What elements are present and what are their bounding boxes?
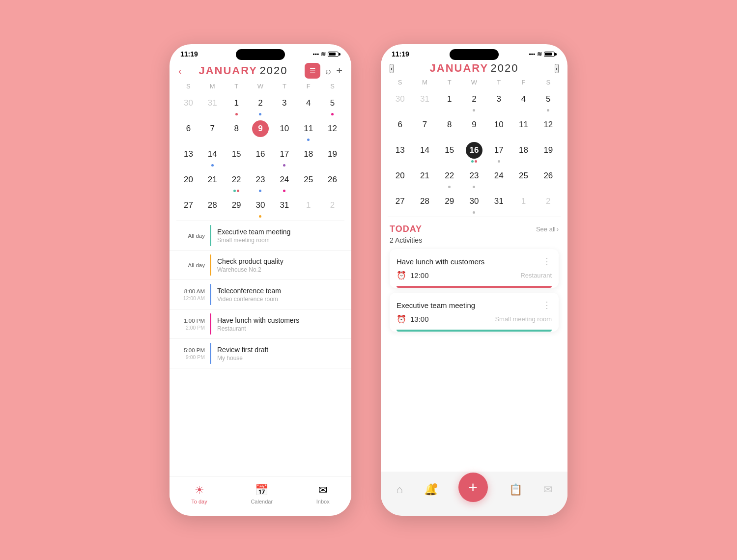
cal-day[interactable]: 15	[225, 144, 249, 168]
cal-day[interactable]: 30	[388, 89, 412, 112]
activity-card-2[interactable]: Executive team meeting ⋮ ⏰ 13:00 Small m…	[390, 293, 559, 332]
mail-nav-button[interactable]: ✉	[543, 483, 552, 496]
cal-day[interactable]: 22	[437, 166, 462, 189]
cal-day[interactable]: 31	[272, 195, 296, 219]
cal-day[interactable]: 25	[296, 169, 320, 193]
back-button-left[interactable]: ‹	[178, 65, 182, 77]
cal-day[interactable]: 14	[412, 140, 437, 164]
cal-day[interactable]: 3	[486, 89, 511, 112]
cal-day[interactable]: 16	[249, 144, 273, 168]
cal-day[interactable]: 29	[437, 191, 462, 215]
cal-day[interactable]: 19	[320, 144, 344, 168]
cal-day[interactable]: 8	[437, 114, 462, 138]
cal-day[interactable]: 31	[412, 89, 437, 112]
cal-day[interactable]: 27	[388, 191, 412, 215]
cal-day[interactable]: 10	[486, 114, 511, 138]
cal-day[interactable]: 28	[200, 195, 225, 219]
cal-day[interactable]: 2	[536, 191, 561, 215]
card-bar-2	[397, 330, 552, 332]
cal-day[interactable]: 29	[225, 195, 249, 219]
cal-day[interactable]: 4	[511, 89, 536, 112]
cal-day[interactable]: 17	[272, 144, 296, 168]
event-row[interactable]: 1:00 PM 2:00 PM Have lunch with customer…	[170, 309, 351, 339]
cal-day[interactable]: 10	[272, 118, 296, 142]
cal-day[interactable]: 28	[412, 191, 437, 215]
notification-dot	[432, 483, 437, 488]
cal-day[interactable]: 1	[511, 191, 536, 215]
event-row[interactable]: All day Executive team meeting Small mee…	[170, 221, 351, 251]
activity-title-1: Have lunch with customers	[397, 257, 484, 266]
more-options-button-2[interactable]: ⋮	[542, 300, 552, 310]
cal-day[interactable]: 1	[437, 89, 462, 112]
cal-day[interactable]: 27	[176, 195, 200, 219]
notification-button[interactable]: 🔔	[424, 483, 437, 496]
cal-day[interactable]: 9	[462, 114, 486, 138]
tab-calendar[interactable]: 📅 Calendar	[251, 484, 273, 504]
signal-icon: ▪▪▪	[312, 51, 319, 57]
cal-day[interactable]: 26	[320, 169, 344, 193]
tab-today[interactable]: ☀ To day	[191, 484, 207, 504]
activity-card-1[interactable]: Have lunch with customers ⋮ ⏰ 12:00 Rest…	[390, 249, 559, 288]
tab-inbox[interactable]: ✉ Inbox	[316, 484, 330, 504]
cal-day[interactable]: 1	[225, 93, 249, 116]
cal-day[interactable]: 20	[176, 169, 200, 193]
home-button[interactable]: ⌂	[396, 483, 402, 496]
cal-day[interactable]: 18	[296, 144, 320, 168]
see-all-button[interactable]: See all ›	[536, 225, 559, 233]
cal-day[interactable]: 11	[296, 118, 320, 142]
list-icon-button[interactable]: ☰	[305, 63, 320, 79]
cal-day[interactable]: 23	[462, 166, 486, 189]
cal-day[interactable]: 17	[486, 140, 511, 164]
cal-day[interactable]: 8	[225, 118, 249, 142]
cal-day[interactable]: 31	[200, 93, 225, 116]
cal-day[interactable]: 19	[536, 140, 561, 164]
cal-day[interactable]: 12	[320, 118, 344, 142]
cal-day[interactable]: 7	[412, 114, 437, 138]
cal-day[interactable]: 2	[462, 89, 486, 112]
cal-day[interactable]: 13	[176, 144, 200, 168]
cal-day[interactable]: 2	[320, 195, 344, 219]
cal-day-today-black[interactable]: 16	[462, 140, 486, 164]
cal-day[interactable]: 2	[249, 93, 273, 116]
cal-day[interactable]: 4	[296, 93, 320, 116]
cal-day[interactable]: 6	[176, 118, 200, 142]
back-button-right[interactable]: ‹	[390, 64, 394, 73]
add-icon-button[interactable]: +	[336, 64, 342, 77]
cal-day[interactable]: 5	[536, 89, 561, 112]
more-options-button-1[interactable]: ⋮	[542, 256, 552, 267]
cal-day[interactable]: 30	[462, 191, 486, 215]
cal-day[interactable]: 21	[412, 166, 437, 189]
cal-day-today[interactable]: 9	[249, 118, 273, 142]
clock-icon-2: ⏰	[397, 314, 406, 324]
fab-add-button[interactable]: +	[458, 473, 488, 502]
cal-day[interactable]: 30	[176, 93, 200, 116]
cal-day[interactable]: 6	[388, 114, 412, 138]
cal-day[interactable]: 5	[320, 93, 344, 116]
event-row[interactable]: All day Check product quality Warehouse …	[170, 251, 351, 280]
cal-day[interactable]: 18	[511, 140, 536, 164]
cal-day[interactable]: 21	[200, 169, 225, 193]
cal-day[interactable]: 20	[388, 166, 412, 189]
cal-day[interactable]: 26	[536, 166, 561, 189]
cal-day[interactable]: 12	[536, 114, 561, 138]
cal-day[interactable]: 15	[437, 140, 462, 164]
cal-day[interactable]: 13	[388, 140, 412, 164]
cal-day[interactable]: 11	[511, 114, 536, 138]
cal-day[interactable]: 3	[272, 93, 296, 116]
event-row[interactable]: 8:00 AM 12:00 AM Teleconference team Vid…	[170, 280, 351, 309]
cal-day[interactable]: 14	[200, 144, 225, 168]
cal-day[interactable]: 25	[511, 166, 536, 189]
cal-day[interactable]: 1	[296, 195, 320, 219]
cal-day[interactable]: 24	[272, 169, 296, 193]
cal-day[interactable]: 22	[225, 169, 249, 193]
search-icon-button[interactable]: ⌕	[325, 65, 331, 77]
cal-day[interactable]: 24	[486, 166, 511, 189]
cal-day[interactable]: 30	[249, 195, 273, 219]
cal-day[interactable]: 7	[200, 118, 225, 142]
calendar-nav-button[interactable]: 📋	[509, 483, 522, 496]
cal-day[interactable]: 23	[249, 169, 273, 193]
activity-row-2: ⏰ 13:00 Small meeting room	[397, 314, 552, 330]
forward-button-right[interactable]: ›	[555, 64, 559, 73]
cal-day[interactable]: 31	[486, 191, 511, 215]
event-row[interactable]: 5:00 PM 9:00 PM Review first draft My ho…	[170, 339, 351, 368]
